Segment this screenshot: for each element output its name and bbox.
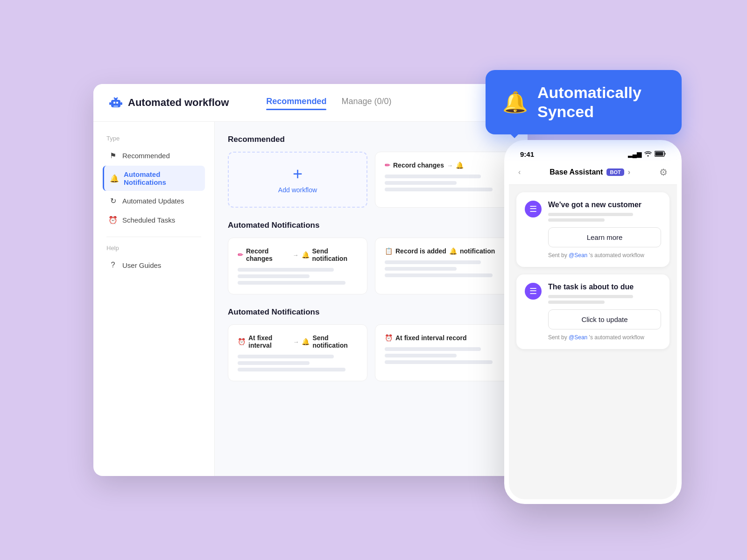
settings-button[interactable]: ⚙ xyxy=(659,167,668,178)
card-line xyxy=(385,267,457,271)
mention-1: @Sean xyxy=(569,252,587,259)
tooltip-text: Automatically Synced xyxy=(537,83,665,121)
edit-icon: ✏ xyxy=(385,161,390,169)
app-header: Automated workflow Recommended Manage (0… xyxy=(93,84,528,122)
fixed-interval-record-card[interactable]: ⏰ At fixed interval record xyxy=(375,324,514,381)
clock-icon-2: ⏰ xyxy=(238,338,246,345)
add-label: Add workflow xyxy=(278,186,317,194)
section-title-recommended: Recommended xyxy=(228,135,514,144)
bell-icon-4: 🔔 xyxy=(302,338,310,345)
message-line xyxy=(548,213,633,216)
tab-manage[interactable]: Manage (0/0) xyxy=(341,97,391,109)
cards-grid-scheduled: ⏰ At fixed interval → 🔔 Send notificatio… xyxy=(228,324,514,381)
card-line xyxy=(385,347,481,351)
clock-icon-3: ⏰ xyxy=(385,334,393,342)
card-header-4: ⏰ At fixed interval → 🔔 Send notificatio… xyxy=(238,334,358,349)
app-window: Automated workflow Recommended Manage (0… xyxy=(93,84,528,476)
message-body-2: The task is about to due Click to update… xyxy=(548,283,661,341)
card-header-2: ✏ Record changes → 🔔 Send notification xyxy=(238,247,358,262)
battery-icon xyxy=(655,151,666,158)
message-card-1: ☰ We've got a new customer Learn more Se… xyxy=(516,192,669,267)
svg-point-4 xyxy=(114,98,115,99)
card-line xyxy=(385,273,493,277)
sidebar-item-automated-updates[interactable]: ↻ Automated Updates xyxy=(103,192,205,210)
card-header: ✏ Record changes → 🔔 xyxy=(385,161,505,169)
tooltip-bubble: 🔔 Automatically Synced xyxy=(486,70,682,134)
card-lines-2 xyxy=(238,268,358,285)
app-title: Automated workflow xyxy=(108,95,229,110)
card-line xyxy=(238,361,310,365)
svg-rect-10 xyxy=(655,152,663,155)
sidebar: Type ⚑ Recommended 🔔 Automated Notificat… xyxy=(93,122,215,476)
record-changes-send-card[interactable]: ✏ Record changes → 🔔 Send notification xyxy=(228,238,367,294)
avatar-2: ☰ xyxy=(525,283,542,300)
record-changes-card-recommended[interactable]: ✏ Record changes → 🔔 xyxy=(375,152,514,208)
svg-point-5 xyxy=(117,98,118,99)
card-lines-5 xyxy=(385,347,505,364)
arrow-icon-3: → xyxy=(293,338,299,345)
message-body-1: We've got a new customer Learn more Sent… xyxy=(548,201,661,259)
svg-rect-2 xyxy=(116,102,118,104)
phone-time: 9:41 xyxy=(520,150,534,158)
scene: Automated workflow Recommended Manage (0… xyxy=(65,56,682,504)
card-line xyxy=(238,268,334,272)
app-body: Type ⚑ Recommended 🔔 Automated Notificat… xyxy=(93,122,528,476)
phone-frame: 9:41 ▂▄▆ xyxy=(509,145,677,499)
back-button[interactable]: ‹ xyxy=(518,168,521,176)
message-card-2: ☰ The task is about to due Click to upda… xyxy=(516,274,669,349)
help-icon: ? xyxy=(108,261,118,269)
message-line xyxy=(548,295,633,298)
card-line xyxy=(385,360,493,364)
card-header-3: 📋 Record is added 🔔 notification xyxy=(385,247,505,255)
recommended-icon: ⚑ xyxy=(108,151,118,160)
learn-more-button[interactable]: Learn more xyxy=(548,227,661,247)
card-line xyxy=(238,355,334,358)
card-lines-4 xyxy=(238,355,358,371)
card-line xyxy=(385,181,457,185)
card-line xyxy=(238,368,345,371)
message-footer-2: Sent by @Sean 's automated workflow xyxy=(548,334,661,341)
card-line xyxy=(385,260,481,264)
card-line xyxy=(385,175,481,178)
sidebar-item-recommended[interactable]: ⚑ Recommended xyxy=(103,147,205,165)
message-footer-1: Sent by @Sean 's automated workflow xyxy=(548,252,661,259)
main-content: Recommended + Add workflow ✏ Record chan… xyxy=(215,122,528,476)
phone-content: ☰ We've got a new customer Learn more Se… xyxy=(509,185,677,499)
sidebar-item-user-guides[interactable]: ? User Guides xyxy=(103,256,205,274)
svg-rect-1 xyxy=(113,102,115,104)
fixed-interval-send-card[interactable]: ⏰ At fixed interval → 🔔 Send notificatio… xyxy=(228,324,367,381)
bell-icon: 🔔 xyxy=(110,174,119,183)
phone-nav-center: Base Assistant BOT › xyxy=(550,168,630,176)
forward-button[interactable]: › xyxy=(628,168,630,176)
message-lines-2 xyxy=(548,295,661,304)
cards-grid-notifications: ✏ Record changes → 🔔 Send notification xyxy=(228,238,514,294)
sidebar-item-scheduled-tasks[interactable]: ⏰ Scheduled Tasks xyxy=(103,211,205,229)
assistant-title: Base Assistant xyxy=(550,168,603,176)
bell-icon-2: 🔔 xyxy=(302,251,310,259)
clock-icon: ⏰ xyxy=(108,216,118,224)
click-to-update-button[interactable]: Click to update xyxy=(548,309,661,329)
card-line xyxy=(238,281,345,285)
svg-rect-6 xyxy=(109,102,111,105)
add-workflow-card[interactable]: + Add workflow xyxy=(228,152,367,208)
update-icon: ↻ xyxy=(108,196,118,205)
sidebar-help-label: Help xyxy=(103,245,205,252)
wifi-icon xyxy=(644,150,652,158)
bell-icon-card: 🔔 xyxy=(456,161,464,169)
edit-icon-2: ✏ xyxy=(238,251,243,259)
sidebar-item-automated-notifications[interactable]: 🔔 Automated Notifications xyxy=(103,166,205,191)
sidebar-divider xyxy=(106,237,201,237)
message-title-1: We've got a new customer xyxy=(548,201,661,209)
message-line xyxy=(548,301,605,304)
arrow-icon: → xyxy=(447,162,453,169)
record-added-card[interactable]: 📋 Record is added 🔔 notification xyxy=(375,238,514,294)
arrow-icon-2: → xyxy=(293,252,299,259)
phone-nav-bar: ‹ Base Assistant BOT › ⚙ xyxy=(509,162,677,185)
tab-recommended[interactable]: Recommended xyxy=(266,97,326,109)
bell-icon-3: 🔔 xyxy=(449,247,457,255)
header-tabs: Recommended Manage (0/0) xyxy=(266,97,391,109)
phone: 9:41 ▂▄▆ xyxy=(504,140,682,504)
record-icon: 📋 xyxy=(385,247,393,255)
signal-icon: ▂▄▆ xyxy=(628,151,641,158)
section-title-scheduled: Automated Notifications xyxy=(228,308,514,317)
